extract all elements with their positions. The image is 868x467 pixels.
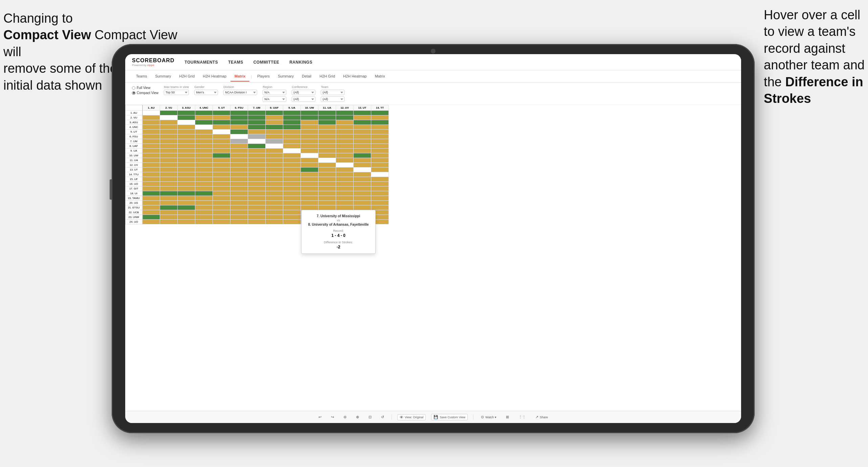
matrix-cell[interactable] <box>230 120 248 125</box>
matrix-cell[interactable] <box>230 153 248 158</box>
matrix-cell[interactable] <box>301 172 318 177</box>
tab-matrix-1[interactable]: Matrix <box>230 71 249 82</box>
matrix-cell[interactable] <box>336 172 354 177</box>
matrix-cell[interactable] <box>336 191 354 196</box>
matrix-cell[interactable] <box>318 191 336 196</box>
matrix-cell[interactable] <box>213 130 230 134</box>
matrix-cell[interactable] <box>318 134 336 139</box>
matrix-cell[interactable] <box>283 215 301 220</box>
matrix-cell[interactable] <box>230 163 248 168</box>
matrix-cell[interactable] <box>160 115 178 120</box>
tab-h2h-grid-2[interactable]: H2H Grid <box>315 71 339 82</box>
toolbar-zoom-in[interactable]: ⊕ <box>354 414 361 420</box>
matrix-cell[interactable] <box>230 210 248 215</box>
matrix-cell[interactable] <box>283 125 301 130</box>
matrix-cell[interactable] <box>266 139 283 144</box>
matrix-cell[interactable] <box>371 196 389 201</box>
matrix-cell[interactable] <box>266 182 283 186</box>
matrix-cell[interactable] <box>248 186 266 191</box>
matrix-cell[interactable] <box>142 134 160 139</box>
toolbar-undo[interactable]: ↩ <box>316 414 324 420</box>
filter-conference-select[interactable]: (All) <box>292 90 315 95</box>
matrix-cell[interactable] <box>178 115 195 120</box>
matrix-cell[interactable] <box>160 205 178 210</box>
matrix-cell[interactable] <box>371 158 389 163</box>
tab-detail[interactable]: Detail <box>298 71 315 82</box>
matrix-cell[interactable] <box>230 177 248 182</box>
matrix-cell[interactable] <box>283 177 301 182</box>
matrix-cell[interactable] <box>178 134 195 139</box>
matrix-cell[interactable] <box>354 158 371 163</box>
matrix-cell[interactable] <box>178 130 195 134</box>
matrix-cell[interactable] <box>354 201 371 205</box>
matrix-cell[interactable] <box>248 205 266 210</box>
matrix-cell[interactable] <box>301 186 318 191</box>
matrix-cell[interactable] <box>160 120 178 125</box>
matrix-cell[interactable] <box>318 158 336 163</box>
matrix-cell[interactable] <box>283 163 301 168</box>
matrix-cell[interactable] <box>213 144 230 149</box>
matrix-cell[interactable] <box>178 220 195 224</box>
tab-summary-1[interactable]: Summary <box>151 71 175 82</box>
matrix-cell[interactable] <box>213 186 230 191</box>
matrix-cell[interactable] <box>248 125 266 130</box>
filter-team-select2[interactable]: (All) <box>321 96 344 102</box>
matrix-cell[interactable] <box>195 115 213 120</box>
matrix-cell[interactable] <box>195 205 213 210</box>
filter-conference-select2[interactable]: (All) <box>292 96 315 102</box>
matrix-cell[interactable] <box>142 196 160 201</box>
matrix-cell[interactable] <box>160 163 178 168</box>
matrix-cell[interactable] <box>248 149 266 153</box>
matrix-cell[interactable] <box>248 111 266 115</box>
matrix-cell[interactable] <box>213 149 230 153</box>
tab-players[interactable]: Players <box>253 71 274 82</box>
matrix-cell[interactable] <box>142 220 160 224</box>
matrix-cell[interactable] <box>371 182 389 186</box>
matrix-cell[interactable] <box>371 168 389 172</box>
matrix-cell[interactable] <box>283 120 301 125</box>
matrix-cell[interactable] <box>142 153 160 158</box>
matrix-cell[interactable] <box>178 111 195 115</box>
matrix-cell[interactable] <box>230 134 248 139</box>
matrix-cell[interactable] <box>266 134 283 139</box>
matrix-cell[interactable] <box>283 196 301 201</box>
matrix-cell[interactable] <box>230 144 248 149</box>
matrix-cell[interactable] <box>230 115 248 120</box>
matrix-cell[interactable] <box>283 168 301 172</box>
matrix-cell[interactable] <box>160 182 178 186</box>
matrix-cell[interactable] <box>266 172 283 177</box>
matrix-cell[interactable] <box>142 201 160 205</box>
matrix-cell[interactable] <box>248 210 266 215</box>
matrix-cell[interactable] <box>213 172 230 177</box>
matrix-cell[interactable] <box>371 130 389 134</box>
matrix-cell[interactable] <box>336 130 354 134</box>
matrix-cell[interactable] <box>301 158 318 163</box>
matrix-cell[interactable] <box>248 172 266 177</box>
matrix-cell[interactable] <box>318 130 336 134</box>
matrix-cell[interactable] <box>336 134 354 139</box>
matrix-cell[interactable] <box>213 134 230 139</box>
matrix-cell[interactable] <box>336 201 354 205</box>
matrix-cell[interactable] <box>230 111 248 115</box>
matrix-cell[interactable] <box>178 168 195 172</box>
matrix-cell[interactable] <box>266 191 283 196</box>
matrix-cell[interactable] <box>336 111 354 115</box>
tab-h2h-heatmap-2[interactable]: H2H Heatmap <box>339 71 371 82</box>
matrix-cell[interactable] <box>248 130 266 134</box>
matrix-cell[interactable] <box>336 120 354 125</box>
matrix-cell[interactable] <box>142 172 160 177</box>
matrix-cell[interactable] <box>142 139 160 144</box>
matrix-cell[interactable] <box>283 205 301 210</box>
matrix-cell[interactable] <box>195 134 213 139</box>
matrix-cell[interactable] <box>213 111 230 115</box>
matrix-cell[interactable] <box>178 149 195 153</box>
matrix-cell[interactable] <box>178 120 195 125</box>
matrix-cell[interactable] <box>160 177 178 182</box>
matrix-cell[interactable] <box>178 163 195 168</box>
matrix-cell[interactable] <box>266 205 283 210</box>
matrix-cell[interactable] <box>142 177 160 182</box>
matrix-cell[interactable] <box>301 168 318 172</box>
matrix-cell[interactable] <box>354 177 371 182</box>
matrix-cell[interactable] <box>301 134 318 139</box>
matrix-cell[interactable] <box>142 163 160 168</box>
